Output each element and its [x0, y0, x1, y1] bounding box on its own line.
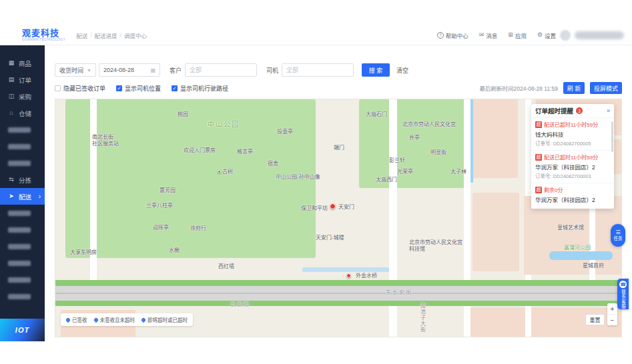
alert-item[interactable]: 超配送已超时11小时59分华润万家（科技园店）2订单号: DD240827000…: [531, 150, 614, 183]
help-center-icon: ?: [437, 32, 444, 39]
cast-mode-button[interactable]: 投屏模式: [590, 82, 622, 94]
breadcrumb-item[interactable]: 配送: [76, 31, 87, 39]
map-label: 西红墙: [218, 263, 234, 270]
blurred-label: [8, 161, 31, 166]
header-action-help-center[interactable]: ?帮助中心: [437, 31, 468, 39]
order-marker-jinshui-bridge[interactable]: [346, 273, 351, 278]
clear-button[interactable]: 清空: [396, 66, 408, 75]
logo-subtitle: GUANMAITECHNOLOGY: [22, 38, 65, 41]
map-label: 天安门: [338, 204, 354, 211]
task-fab-button[interactable]: ☰ 任务: [611, 224, 625, 247]
panel-title: 订单超时提醒: [535, 106, 573, 115]
sidebar-item-blurred[interactable]: [0, 121, 45, 138]
sidebar-item-delivery[interactable]: ➤配送›: [0, 188, 45, 205]
map-label: 南池子大街: [419, 303, 426, 333]
panel-scrollbar[interactable]: [611, 121, 613, 152]
alert-count-badge: 3: [576, 107, 583, 114]
poi-dot-gushu: [218, 170, 221, 173]
map-label: 太子林: [450, 169, 466, 175]
messages-icon: ✉: [479, 32, 485, 38]
driver-field-wrap: [282, 63, 354, 77]
blurred-label: [8, 127, 31, 133]
breadcrumb-item[interactable]: 调度中心: [124, 31, 147, 39]
time-type-select[interactable]: 收货时间 ▼: [55, 63, 96, 77]
sidebar-item-blurred[interactable]: [0, 255, 45, 271]
date-picker[interactable]: 2024-08-28 ▦: [99, 63, 160, 77]
breadcrumb-separator: /: [120, 32, 121, 39]
map-label: 中山公园-孙中山像: [276, 174, 320, 181]
breadcrumb-item[interactable]: 配送进度: [95, 31, 117, 39]
map-label: 外金水桥: [356, 273, 377, 279]
last-refresh-time: 最后刷新时间2024-08-28 11:59: [480, 84, 558, 92]
task-list-icon: ☰: [615, 230, 620, 235]
search-button[interactable]: 搜 索: [362, 63, 390, 77]
sidebar-item-label: 仓储: [19, 109, 31, 118]
iot-logo: IOT: [0, 319, 45, 341]
map-label: 光荣亭: [397, 169, 413, 175]
customer-input[interactable]: [190, 67, 252, 73]
zoom-out-button[interactable]: −: [607, 315, 617, 325]
sidebar-item-blurred[interactable]: [0, 221, 45, 238]
sidebar-item-orders[interactable]: ▤订单: [0, 71, 45, 88]
sidebar-item-warehouse[interactable]: ⌂仓储: [0, 105, 45, 121]
checkbox-0[interactable]: 隐藏已签收订单: [55, 84, 105, 93]
sidebar-item-blurred[interactable]: [0, 155, 45, 171]
user-name-blurred: [575, 31, 624, 39]
map-label: 大享东明房: [70, 249, 97, 256]
map-label: 天安门-城楼: [316, 235, 344, 241]
order-number: 订单号: DD24082700005: [535, 139, 610, 147]
breadcrumb: 配送/配送进度/调度中心: [76, 31, 147, 39]
goods-icon: ▦: [8, 60, 15, 66]
header-action-messages[interactable]: ✉消息: [479, 31, 498, 39]
sidebar-item-blurred[interactable]: [0, 271, 45, 288]
driver-input[interactable]: [286, 67, 349, 73]
blurred-label: [8, 294, 31, 299]
collapse-icon[interactable]: »: [607, 107, 610, 114]
timeout-status: 剩余0分: [544, 186, 563, 193]
sidebar-item-blurred[interactable]: [0, 288, 45, 305]
sidebar-item-blurred[interactable]: [0, 138, 45, 155]
task-fab-label: 任务: [614, 237, 623, 241]
blurred-label: [8, 261, 31, 266]
main-content: 收货时间 ▼ 2024-08-28 ▦ 客户 司机 搜 索 清空 隐藏已签收订单…: [45, 45, 632, 341]
checkbox-1[interactable]: ✓显示司机位置: [116, 84, 161, 93]
map-reset-button[interactable]: 重置: [585, 314, 605, 325]
blurred-label: [8, 144, 31, 149]
road-vertical-1: [389, 99, 397, 280]
user-account[interactable]: [560, 30, 624, 41]
calendar-icon: ▦: [150, 67, 155, 73]
sidebar-item-blurred[interactable]: [0, 205, 45, 221]
map-canvas[interactable]: 已签收未签收且未超时即将超时或已超时 重置 + − 订单超时提醒 3 » 超配送…: [55, 99, 622, 337]
checkbox-2[interactable]: ✓显示司机行驶路径: [172, 84, 228, 93]
alert-item[interactable]: 超配送已超时11小时59分钱大妈科技订单号: DD24082700005: [531, 117, 614, 150]
map-label: 井亭: [409, 135, 420, 141]
order-marker-tiananmen[interactable]: [330, 203, 336, 209]
contact-service-button[interactable]: ☎ 联系客服: [617, 279, 629, 309]
map-label: 东长安街: [386, 289, 412, 296]
zoom-in-button[interactable]: +: [607, 303, 617, 315]
road-vertical-1-south: [389, 306, 397, 337]
header-action-apps[interactable]: ⊞应用: [508, 31, 527, 39]
warehouse-icon: ⌂: [8, 110, 15, 116]
map-label: 投壶亭: [277, 129, 293, 135]
checkbox-icon: ✓: [116, 85, 122, 91]
filter-bar: 收货时间 ▼ 2024-08-28 ▦ 客户 司机 搜 索 清空: [55, 63, 622, 77]
apps-icon: ⊞: [508, 32, 513, 38]
alert-item[interactable]: 超剩余0分华润万家（科技园店）2: [531, 183, 614, 207]
sidebar-item-purchase[interactable]: ◫采购: [0, 88, 45, 105]
customer-name: 华润万家（科技园店）2: [535, 163, 610, 171]
map-label: 欢迎入门票房: [184, 147, 216, 154]
refresh-button[interactable]: 刷 新: [563, 82, 585, 94]
brand-logo: 观麦科技 GUANMAITECHNOLOGY: [22, 29, 65, 41]
map-label: 皇城艺术馆: [557, 225, 584, 231]
header-action-settings[interactable]: ⚙设置: [537, 31, 556, 39]
timeout-status: 配送已超时11小时59分: [544, 121, 598, 128]
sidebar-item-goods[interactable]: ▦商品: [0, 55, 45, 71]
header-actions: ?帮助中心✉消息⊞应用⚙设置: [437, 31, 556, 39]
map-label: 长安街: [230, 301, 250, 308]
panel-header: 订单超时提醒 3 »: [531, 104, 614, 117]
sidebar-item-blurred[interactable]: [0, 238, 45, 255]
water-jinshui-river: [302, 267, 389, 272]
sidebar-item-sorting[interactable]: ⇆分拣: [0, 171, 45, 188]
map-label: 宿舍: [268, 161, 278, 167]
